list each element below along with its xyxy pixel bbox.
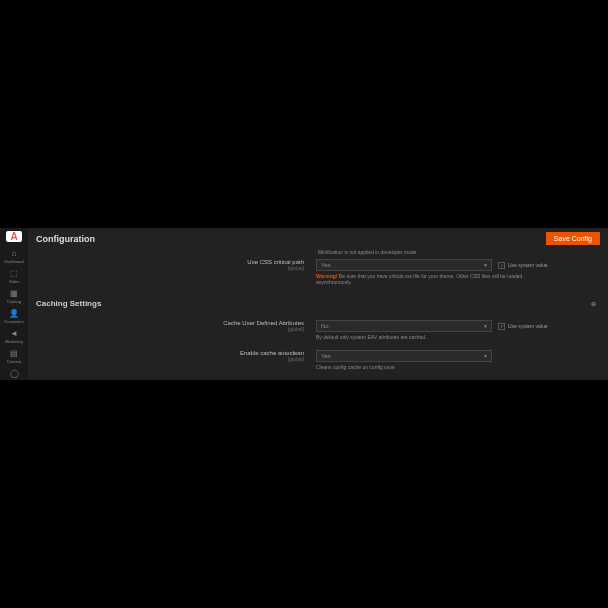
sidebar-item-label: Content <box>7 359 21 364</box>
select-value: Yes <box>321 262 331 268</box>
marketing-icon: ◄ <box>10 329 18 338</box>
autoclean-select[interactable]: Yes <box>316 350 492 362</box>
save-config-button[interactable]: Save Config <box>546 232 600 245</box>
field-css-critical: Use CSS critical path [global] Yes ✓ Use… <box>36 259 600 285</box>
header: Configuration Save Config <box>28 228 608 249</box>
select-value: Yes <box>321 353 331 359</box>
sidebar-item-marketing[interactable]: ◄ Marketing <box>0 327 28 346</box>
page-title: Configuration <box>36 234 95 244</box>
warning-text: Warning! Be sure that you have critical.… <box>316 273 526 285</box>
field-scope: [global] <box>288 265 304 271</box>
sales-icon: ⬚ <box>10 269 18 278</box>
section-caching-settings[interactable]: Caching Settings ⊖ <box>36 295 600 312</box>
minification-notice: Minification is not applied in developer… <box>318 249 600 255</box>
sidebar-item-more[interactable]: ◯ <box>0 367 28 381</box>
use-system-value-toggle[interactable]: ✓ Use system value <box>498 323 547 330</box>
sidebar: A ⌂ Dashboard ⬚ Sales ▦ Catalog 👤 Custom… <box>0 228 28 380</box>
customers-icon: 👤 <box>9 309 19 318</box>
catalog-icon: ▦ <box>10 289 18 298</box>
sidebar-item-content[interactable]: ▤ Content <box>0 347 28 366</box>
sidebar-item-label: Catalog <box>7 299 21 304</box>
sidebar-item-dashboard[interactable]: ⌂ Dashboard <box>0 247 28 266</box>
help-text: Cleans config cache on config save <box>316 364 492 370</box>
sidebar-item-label: Customers <box>4 319 23 324</box>
warning-body: Be sure that you have critical.css file … <box>316 273 522 285</box>
sidebar-item-customers[interactable]: 👤 Customers <box>0 307 28 326</box>
field-autoclean: Enable cache autoclean [global] Yes Clea… <box>36 350 600 370</box>
css-critical-select[interactable]: Yes <box>316 259 492 271</box>
sidebar-item-label: Dashboard <box>4 259 24 264</box>
checkbox-icon: ✓ <box>498 262 505 269</box>
section-title: Caching Settings <box>36 299 101 308</box>
dashboard-icon: ⌂ <box>12 249 17 258</box>
checkbox-icon: ✓ <box>498 323 505 330</box>
circle-icon: ◯ <box>10 369 19 378</box>
help-text: By default only system EAV attributes ar… <box>316 334 547 340</box>
field-scope: [global] <box>288 356 304 362</box>
content-icon: ▤ <box>10 349 18 358</box>
sidebar-item-sales[interactable]: ⬚ Sales <box>0 267 28 286</box>
field-cache-attributes: Cache User Defined Attributes [global] N… <box>36 320 600 340</box>
cache-attrs-select[interactable]: No <box>316 320 492 332</box>
checkbox-label: Use system value <box>508 262 547 268</box>
main-panel: Configuration Save Config Minification i… <box>28 228 608 380</box>
field-scope: [global] <box>288 326 304 332</box>
content-area: Minification is not applied in developer… <box>28 249 608 380</box>
sidebar-item-catalog[interactable]: ▦ Catalog <box>0 287 28 306</box>
sidebar-item-label: Sales <box>9 279 19 284</box>
select-value: No <box>321 323 329 329</box>
logo[interactable]: A <box>6 231 22 242</box>
checkbox-label: Use system value <box>508 323 547 329</box>
collapse-icon: ⊖ <box>591 300 600 307</box>
sidebar-item-label: Marketing <box>5 339 23 344</box>
use-system-value-toggle[interactable]: ✓ Use system value <box>498 262 547 269</box>
